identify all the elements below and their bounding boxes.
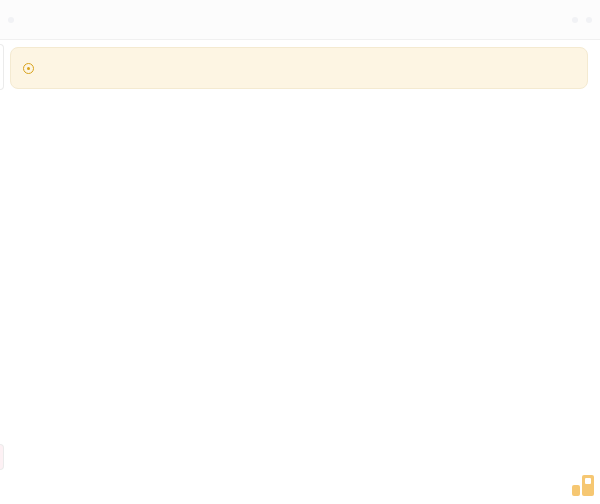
page-edge-sliver-note xyxy=(0,44,4,90)
token-unlocks-page xyxy=(0,0,600,504)
info-icon xyxy=(23,63,34,74)
unlocks-legend xyxy=(0,481,600,503)
chart-navigator xyxy=(0,437,600,477)
chart-type-toggle-group xyxy=(8,17,14,23)
granularity-group xyxy=(586,17,592,23)
vesting-schedule-chart xyxy=(0,95,600,435)
note-banner xyxy=(10,47,588,89)
chart-toolbar xyxy=(0,0,600,40)
time-range-group xyxy=(572,17,578,23)
